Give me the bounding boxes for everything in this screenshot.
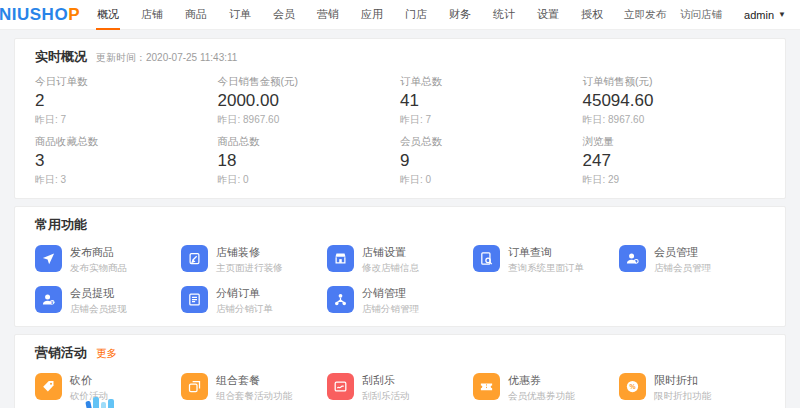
- feature-scratch-card[interactable]: 刮刮乐刮刮乐活动: [327, 373, 473, 401]
- user-menu[interactable]: admin ▼: [744, 9, 786, 21]
- feature-distribution-manage[interactable]: 分销管理店铺分销管理: [327, 286, 473, 314]
- publish-now-link[interactable]: 立即发布: [624, 8, 666, 22]
- feature-coupon[interactable]: 优惠券会员优惠券功能: [473, 373, 619, 401]
- logo-text-blue: NIUSHO: [0, 5, 68, 24]
- nav-item-authorization[interactable]: 授权: [580, 0, 604, 30]
- feature-publish-goods[interactable]: 发布商品发布实物商品: [35, 245, 181, 273]
- feature-shop-settings[interactable]: 店铺设置修改店铺信息: [327, 245, 473, 273]
- feature-order-query[interactable]: 订单查询查询系统里面订单: [473, 245, 619, 273]
- doc-lines-icon: [181, 286, 208, 313]
- decoration-graphic: [86, 397, 114, 408]
- stat-today-orders: 今日订单数 2 昨日: 7: [35, 75, 218, 126]
- logo-text-orange: P: [68, 5, 80, 24]
- nav-item-finance[interactable]: 财务: [448, 0, 472, 30]
- nav-item-settings[interactable]: 设置: [536, 0, 560, 30]
- feature-combo-package[interactable]: 组合套餐组合套餐活动功能: [181, 373, 327, 401]
- nav-item-apps[interactable]: 应用: [360, 0, 384, 30]
- member-cash-icon: ¥: [35, 286, 62, 313]
- username: admin: [744, 9, 774, 21]
- stat-today-sales: 今日销售金额(元) 2000.00 昨日: 8967.60: [218, 75, 401, 126]
- chevron-down-icon: ▼: [778, 10, 786, 19]
- common-functions-title: 常用功能: [35, 216, 87, 234]
- feature-member-withdraw[interactable]: ¥ 会员提现店铺会员提现: [35, 286, 181, 314]
- stat-total-orders: 订单总数 41 昨日: 7: [400, 75, 583, 126]
- top-navbar: NIUSHOP 概况 店铺 商品 订单 会员 营销 应用 门店 财务 统计 设置…: [0, 0, 800, 30]
- visit-shop-link[interactable]: 访问店铺: [680, 8, 722, 22]
- member-gear-icon: [619, 245, 646, 272]
- nav-item-members[interactable]: 会员: [272, 0, 296, 30]
- marketing-more-link[interactable]: 更多: [96, 347, 117, 361]
- stat-total-members: 会员总数 9 昨日: 0: [400, 135, 583, 186]
- page-edit-icon: [181, 245, 208, 272]
- realtime-overview-card: 实时概况 更新时间：2020-07-25 11:43:11 今日订单数 2 昨日…: [14, 38, 786, 199]
- nav-item-goods[interactable]: 商品: [184, 0, 208, 30]
- combo-icon: [181, 373, 208, 400]
- percent-icon: %: [619, 373, 646, 400]
- nav-item-orders[interactable]: 订单: [228, 0, 252, 30]
- feature-limited-discount[interactable]: % 限时折扣限时折扣功能: [619, 373, 765, 401]
- feature-member-manage[interactable]: 会员管理店铺会员管理: [619, 245, 765, 273]
- doc-search-icon: [473, 245, 500, 272]
- price-tag-icon: [35, 373, 62, 400]
- realtime-title: 实时概况: [35, 48, 87, 66]
- svg-text:%: %: [629, 383, 635, 390]
- people-org-icon: [327, 286, 354, 313]
- niushop-logo[interactable]: NIUSHOP: [0, 5, 92, 25]
- nav-item-statistics[interactable]: 统计: [492, 0, 516, 30]
- feature-shop-decorate[interactable]: 店铺装修主页面进行装修: [181, 245, 327, 273]
- main-nav: 概况 店铺 商品 订单 会员 营销 应用 门店 财务 统计 设置 授权: [96, 0, 604, 30]
- update-time: 更新时间：2020-07-25 11:43:11: [96, 51, 237, 65]
- common-functions-card: 常用功能 发布商品发布实物商品 店铺装修主页面进行装修 店铺设置修改店铺信息: [14, 206, 786, 327]
- stat-total-sales: 订单销售额(元) 45094.60 昨日: 8967.60: [583, 75, 766, 126]
- nav-item-marketing[interactable]: 营销: [316, 0, 340, 30]
- coupon-icon: [473, 373, 500, 400]
- storefront-icon: [327, 245, 354, 272]
- marketing-grid: 砍价砍价活动 组合套餐组合套餐活动功能 刮刮乐刮刮乐活动 优惠券会员优惠券功能 …: [35, 373, 765, 401]
- stats-grid: 今日订单数 2 昨日: 7 今日销售金额(元) 2000.00 昨日: 8967…: [35, 75, 765, 186]
- scratch-card-icon: [327, 373, 354, 400]
- nav-item-stores[interactable]: 门店: [404, 0, 428, 30]
- feature-distribution-orders[interactable]: 分销订单店铺分销订单: [181, 286, 327, 314]
- stat-page-views: 浏览量 247 昨日: 29: [583, 135, 766, 186]
- paper-plane-icon: [35, 245, 62, 272]
- stat-goods-favorites: 商品收藏总数 3 昨日: 3: [35, 135, 218, 186]
- navbar-right: 立即发布 访问店铺 admin ▼: [624, 8, 786, 22]
- common-functions-grid: 发布商品发布实物商品 店铺装修主页面进行装修 店铺设置修改店铺信息 订单查询查询…: [35, 245, 765, 314]
- marketing-title: 营销活动: [35, 344, 87, 362]
- stat-total-goods: 商品总数 18 昨日: 0: [218, 135, 401, 186]
- marketing-card: 营销活动 更多 砍价砍价活动 组合套餐组合套餐活动功能 刮刮乐刮刮乐活动: [14, 334, 786, 408]
- nav-item-overview[interactable]: 概况: [96, 0, 120, 30]
- nav-item-shop[interactable]: 店铺: [140, 0, 164, 30]
